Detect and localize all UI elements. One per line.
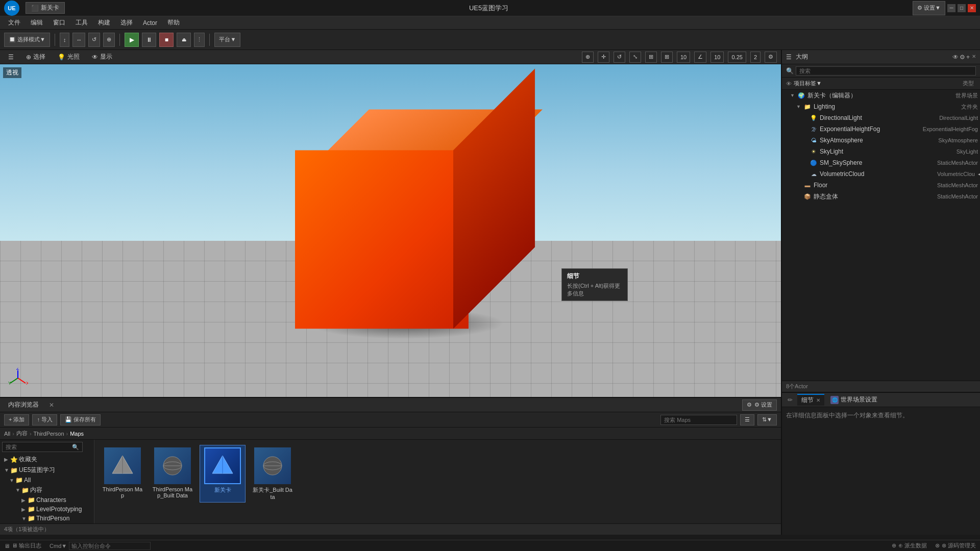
tree-characters[interactable]: ▶ 📁 Characters (2, 495, 92, 505)
move-btn[interactable]: ✛ (598, 52, 609, 63)
outliner-item-exp-height-fog[interactable]: 🌫 ExponentialHeightFog ExponentialHeight… (782, 123, 980, 135)
tree-level-prototyping[interactable]: ▶ 📁 LevelPrototyping (2, 505, 92, 514)
outliner-close-btn[interactable]: ✕ (972, 54, 976, 61)
status-derive-data[interactable]: ⊕ ⊕ 派生数据 (892, 542, 927, 549)
world-icon: 🌍 (797, 91, 805, 99)
cmd-input[interactable] (69, 542, 151, 550)
scale-btn[interactable]: ⤡ (629, 52, 641, 63)
details-tab-close[interactable]: ✕ (816, 397, 820, 403)
cb-tab-label[interactable]: 内容浏览器 (4, 399, 43, 410)
outliner-eye-icon[interactable]: 👁 (952, 54, 959, 61)
camera-speed-btn[interactable]: 2 (750, 52, 761, 63)
outliner-add-icon[interactable]: + (966, 54, 970, 61)
angle-val-btn[interactable]: 10 (710, 52, 724, 63)
new-level-button[interactable]: ⬛ 新关卡 (26, 2, 65, 14)
outliner-settings-icon[interactable]: ⚙ (960, 54, 965, 61)
asset-label-new-level-built: 新关卡_Built Data (252, 486, 293, 500)
more-button[interactable]: ⋮ (194, 33, 205, 47)
outliner-item-sm-skysphere[interactable]: 🔵 SM_SkySphere StaticMeshActor (782, 157, 980, 168)
select-mode-btn[interactable]: ⊕ 选择 (22, 52, 50, 62)
show-mode-btn[interactable]: 👁 显示 (88, 52, 116, 62)
tree-favorites[interactable]: ▶ ⭐ 收藏夹 (2, 454, 92, 465)
status-output-log[interactable]: 🖥 🖥 输出日志 (4, 542, 41, 549)
tree-ue5-blueprints[interactable]: ▼ 📁 UE5蓝图学习 (2, 465, 92, 475)
cb-save-btn[interactable]: 💾 保存所有 (60, 414, 101, 425)
breadcrumb-thirdperson[interactable]: ThirdPerson (34, 431, 64, 437)
grid-size-btn[interactable]: 10 (677, 52, 690, 63)
cb-search-input[interactable] (660, 415, 737, 425)
cb-settings-btn[interactable]: ⚙ ⚙ 设置 (742, 399, 777, 411)
collapse-arrow[interactable]: ◀ (975, 169, 980, 179)
outliner-item-sky-light[interactable]: ☀ SkyLight SkyLight (782, 146, 980, 157)
vp-settings-btn[interactable]: ⚙ (765, 52, 777, 63)
hamburger-btn[interactable]: ☰ (4, 53, 18, 62)
menu-select[interactable]: 选择 (116, 17, 137, 28)
outliner-tag-label[interactable]: 项目标签▼ (794, 80, 822, 87)
maximize-vp-btn[interactable]: ⊞ (645, 52, 657, 63)
cb-filter-btn[interactable]: ☰ (740, 414, 754, 425)
outliner-search-input[interactable] (796, 66, 976, 76)
menu-edit[interactable]: 编辑 (27, 17, 47, 28)
menu-help[interactable]: 帮助 (163, 17, 184, 28)
status-source-control[interactable]: ⊗ ⊗ 源码管理关 (935, 542, 976, 549)
grid-btn[interactable]: ⊞ (661, 52, 673, 63)
outliner-item-sky-atmosphere[interactable]: 🌤 SkyAtmosphere SkyAtmosphere (782, 135, 980, 146)
tree-content[interactable]: ▼ 📁 内容 (2, 485, 92, 495)
stop-button[interactable]: ■ (159, 33, 174, 47)
asset-new-level-built[interactable]: 新关卡_Built Data (250, 445, 296, 503)
transform-btn-3[interactable]: ↺ (88, 33, 100, 47)
cb-import-btn[interactable]: ↑ 导入 (32, 414, 57, 425)
cb-sort-btn[interactable]: ⇅▼ (757, 414, 777, 425)
close-button[interactable]: ✕ (968, 4, 976, 12)
asset-third-person-map-built[interactable]: ThirdPerson Map_Built Data (150, 445, 195, 503)
tree-all[interactable]: ▼ 📁 All (2, 475, 92, 485)
play-button[interactable]: ▶ (125, 33, 139, 47)
details-tab[interactable]: 细节 ✕ (797, 394, 824, 406)
angle-btn[interactable]: ∠ (694, 52, 706, 63)
outliner-item-volumetric-cloud[interactable]: ☁ VolumetricCloud VolumetricCloud ◀ (782, 168, 980, 180)
menubar: 文件 编辑 窗口 工具 构建 选择 Actor 帮助 (0, 16, 980, 30)
platform-button[interactable]: 平台▼ (214, 33, 240, 47)
third-person-arrow: ▼ (21, 516, 28, 521)
transform-btn-2[interactable]: ↔ (72, 33, 85, 47)
world-settings-icon: 🌐 (830, 396, 839, 404)
menu-build[interactable]: 构建 (94, 17, 114, 28)
breadcrumb-all[interactable]: All (4, 431, 10, 437)
cb-sidebar: 🔍 ▶ ⭐ 收藏夹 ▼ 📁 UE5蓝图学习 ▼ (0, 440, 94, 523)
asset-new-level[interactable]: 新关卡 (200, 445, 246, 503)
outliner-item-lighting[interactable]: ▼ 📁 Lighting 文件夹 (782, 101, 980, 112)
cursor-btn[interactable]: ⊕ (582, 52, 594, 63)
world-settings-tab[interactable]: 🌐 世界场景设置 (826, 394, 881, 405)
viewport[interactable]: 透视 X Y Z 细节 长按(Ctrl + Alt)获得更多信息 (0, 64, 781, 397)
outliner-item-static-box[interactable]: 📦 静态盒体 StaticMeshActor (782, 191, 980, 202)
minimize-button[interactable]: ─ (947, 4, 955, 12)
tree-third-person[interactable]: ▼ 📁 ThirdPerson (2, 514, 92, 523)
eject-button[interactable]: ⏏ (177, 33, 191, 47)
pause-button[interactable]: ⏸ (142, 33, 156, 47)
lighting-mode-btn[interactable]: 💡 光照 (54, 52, 84, 62)
mode-selector[interactable]: 🔲 选择模式▼ (4, 33, 50, 47)
asset-third-person-map[interactable]: ThirdPerson Map (100, 445, 145, 503)
transform-btn-1[interactable]: ↕ (60, 33, 70, 47)
menu-window[interactable]: 窗口 (49, 17, 69, 28)
breadcrumb-maps[interactable]: Maps (70, 431, 84, 437)
red-cube (295, 151, 469, 329)
outliner-item-directional-light[interactable]: 💡 DirectionalLight DirectionalLight (782, 112, 980, 123)
breadcrumb-content[interactable]: 内容 (16, 430, 28, 437)
menu-actor[interactable]: Actor (139, 18, 161, 28)
sidebar-search-input[interactable] (6, 444, 72, 450)
scale-val-btn[interactable]: 0.25 (728, 52, 746, 63)
outliner-item-floor[interactable]: ▬ Floor StaticMeshActor (782, 180, 980, 191)
cb-tab-close[interactable]: ✕ (49, 402, 54, 409)
menu-file[interactable]: 文件 (4, 17, 24, 28)
menu-tools[interactable]: 工具 (71, 17, 92, 28)
rotate-btn[interactable]: ↺ (614, 52, 625, 63)
details-edit-icon[interactable]: ✏ (785, 395, 795, 405)
cb-add-btn[interactable]: + 添加 (4, 414, 29, 425)
outliner-item-world[interactable]: ▼ 🌍 新关卡（编辑器） 世界场景 (782, 90, 980, 101)
maximize-button[interactable]: □ (958, 4, 966, 12)
transform-btn-4[interactable]: ⊕ (103, 33, 115, 47)
eye-col-icon: 👁 (786, 81, 792, 87)
left-panel: ☰ ⊕ 选择 💡 光照 👁 显示 ⊕ ✛ ↺ ⤡ ⊞ ⊞ 10 ∠ 10 (0, 50, 781, 535)
settings-button[interactable]: ⚙ 设置▼ (913, 1, 945, 15)
